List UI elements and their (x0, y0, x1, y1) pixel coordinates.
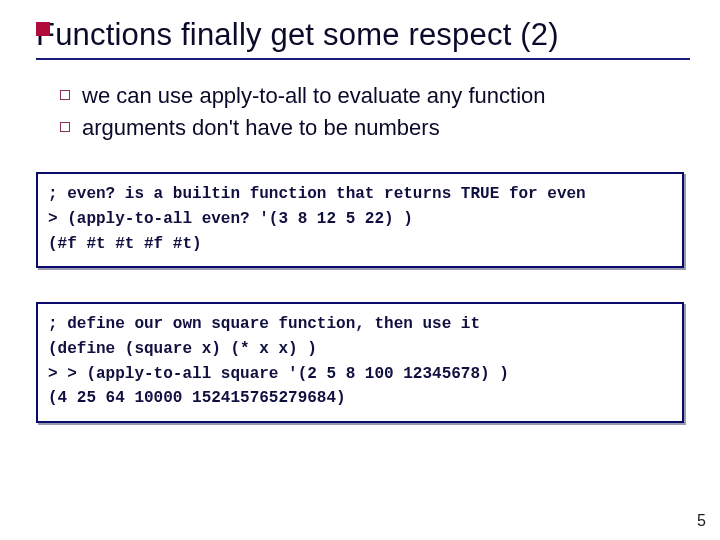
bullet-square-icon (60, 122, 70, 132)
slide-title-wrap: Functions finally get some respect (2) (36, 18, 700, 52)
page-number: 5 (697, 512, 706, 530)
code-line: > (apply-to-all even? '(3 8 12 5 22) ) (48, 210, 413, 228)
slide-title: Functions finally get some respect (2) (36, 18, 700, 52)
code-line: ; define our own square function, then u… (48, 315, 480, 333)
bullet-square-icon (60, 90, 70, 100)
code-block-1: ; even? is a builtin function that retur… (36, 172, 684, 268)
slide: Functions finally get some respect (2) w… (0, 0, 720, 540)
code-line: (4 25 64 10000 152415765279684) (48, 389, 346, 407)
code-line: ; even? is a builtin function that retur… (48, 185, 586, 203)
code-line: (#f #t #t #f #t) (48, 235, 202, 253)
bullet-item: we can use apply-to-all to evaluate any … (60, 82, 680, 110)
code-block-2: ; define our own square function, then u… (36, 302, 684, 423)
title-underline (36, 58, 690, 60)
code-line: > > (apply-to-all square '(2 5 8 100 123… (48, 365, 509, 383)
bullet-text: we can use apply-to-all to evaluate any … (82, 83, 546, 108)
code-line: (define (square x) (* x x) ) (48, 340, 317, 358)
bullet-text: arguments don't have to be numbers (82, 115, 440, 140)
bullet-item: arguments don't have to be numbers (60, 114, 680, 142)
title-accent-square-icon (36, 22, 50, 36)
bullet-list: we can use apply-to-all to evaluate any … (60, 80, 680, 145)
